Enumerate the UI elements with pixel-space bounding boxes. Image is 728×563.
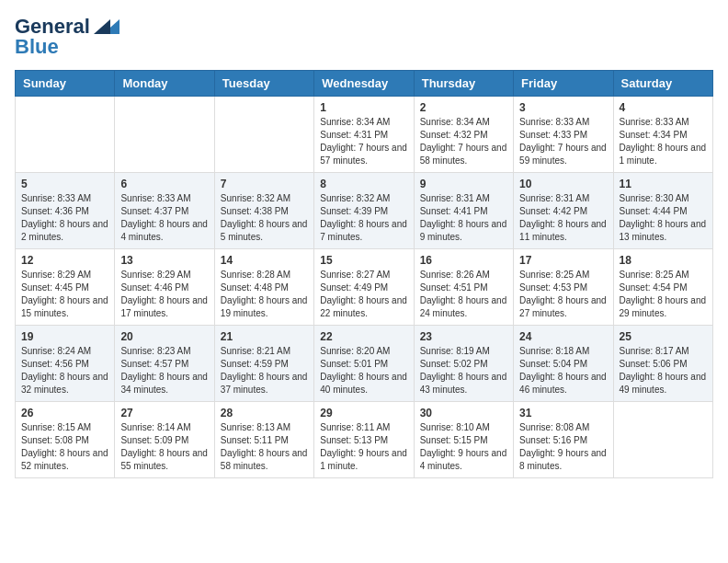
day-number: 3 (519, 101, 607, 114)
day-number: 2 (420, 101, 507, 114)
cell-content: Sunrise: 8:08 AM Sunset: 5:16 PM Dayligh… (519, 421, 607, 473)
day-header-sunday: Sunday (16, 71, 115, 97)
cell-content: Sunrise: 8:32 AM Sunset: 4:39 PM Dayligh… (320, 192, 407, 244)
calendar-cell: 13Sunrise: 8:29 AM Sunset: 4:46 PM Dayli… (115, 249, 214, 326)
day-number: 9 (420, 178, 507, 190)
day-number: 27 (120, 407, 208, 419)
cell-content: Sunrise: 8:33 AM Sunset: 4:34 PM Dayligh… (620, 116, 707, 167)
cell-content: Sunrise: 8:11 AM Sunset: 5:13 PM Dayligh… (320, 421, 407, 473)
calendar-week-row: 26Sunrise: 8:15 AM Sunset: 5:08 PM Dayli… (16, 402, 713, 478)
calendar-cell: 25Sunrise: 8:17 AM Sunset: 5:06 PM Dayli… (613, 326, 712, 402)
day-number: 29 (320, 407, 407, 419)
logo-blue: Blue (15, 35, 59, 59)
logo-icon (94, 17, 119, 36)
calendar-cell: 31Sunrise: 8:08 AM Sunset: 5:16 PM Dayli… (514, 402, 613, 478)
day-number: 26 (21, 407, 108, 419)
logo: General Blue (15, 15, 119, 59)
cell-content: Sunrise: 8:25 AM Sunset: 4:53 PM Dayligh… (519, 269, 607, 320)
day-number: 14 (221, 254, 308, 267)
cell-content: Sunrise: 8:29 AM Sunset: 4:46 PM Dayligh… (120, 269, 208, 320)
cell-content: Sunrise: 8:23 AM Sunset: 4:57 PM Dayligh… (120, 345, 208, 396)
calendar-cell: 3Sunrise: 8:33 AM Sunset: 4:33 PM Daylig… (514, 97, 613, 173)
cell-content: Sunrise: 8:33 AM Sunset: 4:37 PM Dayligh… (120, 192, 208, 244)
calendar-cell (214, 97, 313, 173)
day-number: 16 (420, 254, 507, 267)
cell-content: Sunrise: 8:32 AM Sunset: 4:38 PM Dayligh… (221, 192, 308, 244)
calendar-week-row: 19Sunrise: 8:24 AM Sunset: 4:56 PM Dayli… (16, 326, 713, 402)
cell-content: Sunrise: 8:24 AM Sunset: 4:56 PM Dayligh… (21, 345, 108, 396)
calendar-cell: 17Sunrise: 8:25 AM Sunset: 4:53 PM Dayli… (514, 249, 613, 326)
day-number: 10 (519, 178, 607, 190)
day-header-tuesday: Tuesday (214, 71, 313, 97)
cell-content: Sunrise: 8:31 AM Sunset: 4:42 PM Dayligh… (519, 192, 607, 244)
cell-content: Sunrise: 8:21 AM Sunset: 4:59 PM Dayligh… (221, 345, 308, 396)
calendar-cell: 8Sunrise: 8:32 AM Sunset: 4:39 PM Daylig… (314, 173, 414, 249)
calendar-cell: 26Sunrise: 8:15 AM Sunset: 5:08 PM Dayli… (16, 402, 115, 478)
day-number: 22 (320, 330, 407, 343)
day-number: 25 (620, 330, 707, 343)
day-number: 18 (620, 254, 707, 267)
calendar-cell: 19Sunrise: 8:24 AM Sunset: 4:56 PM Dayli… (16, 326, 115, 402)
day-number: 24 (519, 330, 607, 343)
calendar-cell: 22Sunrise: 8:20 AM Sunset: 5:01 PM Dayli… (314, 326, 414, 402)
day-number: 23 (420, 330, 507, 343)
calendar-cell: 30Sunrise: 8:10 AM Sunset: 5:15 PM Dayli… (414, 402, 513, 478)
day-number: 11 (620, 178, 707, 190)
cell-content: Sunrise: 8:25 AM Sunset: 4:54 PM Dayligh… (620, 269, 707, 320)
day-number: 7 (221, 178, 308, 190)
cell-content: Sunrise: 8:27 AM Sunset: 4:49 PM Dayligh… (320, 269, 407, 320)
day-header-saturday: Saturday (613, 71, 712, 97)
day-header-wednesday: Wednesday (314, 71, 414, 97)
calendar-cell: 6Sunrise: 8:33 AM Sunset: 4:37 PM Daylig… (115, 173, 214, 249)
svg-marker-1 (94, 19, 110, 34)
calendar-cell: 11Sunrise: 8:30 AM Sunset: 4:44 PM Dayli… (613, 173, 712, 249)
cell-content: Sunrise: 8:28 AM Sunset: 4:48 PM Dayligh… (221, 269, 308, 320)
cell-content: Sunrise: 8:15 AM Sunset: 5:08 PM Dayligh… (21, 421, 108, 473)
calendar-cell: 20Sunrise: 8:23 AM Sunset: 4:57 PM Dayli… (115, 326, 214, 402)
cell-content: Sunrise: 8:26 AM Sunset: 4:51 PM Dayligh… (420, 269, 507, 320)
cell-content: Sunrise: 8:19 AM Sunset: 5:02 PM Dayligh… (420, 345, 507, 396)
calendar-week-row: 5Sunrise: 8:33 AM Sunset: 4:36 PM Daylig… (16, 173, 713, 249)
calendar-cell: 7Sunrise: 8:32 AM Sunset: 4:38 PM Daylig… (214, 173, 313, 249)
day-number: 17 (519, 254, 607, 267)
calendar-cell: 14Sunrise: 8:28 AM Sunset: 4:48 PM Dayli… (214, 249, 313, 326)
day-number: 13 (120, 254, 208, 267)
calendar-cell: 4Sunrise: 8:33 AM Sunset: 4:34 PM Daylig… (613, 97, 712, 173)
calendar-cell: 9Sunrise: 8:31 AM Sunset: 4:41 PM Daylig… (414, 173, 513, 249)
calendar-cell: 2Sunrise: 8:34 AM Sunset: 4:32 PM Daylig… (414, 97, 513, 173)
cell-content: Sunrise: 8:33 AM Sunset: 4:36 PM Dayligh… (21, 192, 108, 244)
day-number: 1 (320, 101, 407, 114)
calendar-cell: 21Sunrise: 8:21 AM Sunset: 4:59 PM Dayli… (214, 326, 313, 402)
calendar-cell: 28Sunrise: 8:13 AM Sunset: 5:11 PM Dayli… (214, 402, 313, 478)
cell-content: Sunrise: 8:18 AM Sunset: 5:04 PM Dayligh… (519, 345, 607, 396)
calendar-table: SundayMondayTuesdayWednesdayThursdayFrid… (15, 70, 713, 478)
cell-content: Sunrise: 8:30 AM Sunset: 4:44 PM Dayligh… (620, 192, 707, 244)
day-number: 8 (320, 178, 407, 190)
page-header: General Blue (15, 15, 713, 59)
day-number: 6 (120, 178, 208, 190)
calendar-cell: 18Sunrise: 8:25 AM Sunset: 4:54 PM Dayli… (613, 249, 712, 326)
calendar-cell: 5Sunrise: 8:33 AM Sunset: 4:36 PM Daylig… (16, 173, 115, 249)
day-number: 5 (21, 178, 108, 190)
calendar-cell: 24Sunrise: 8:18 AM Sunset: 5:04 PM Dayli… (514, 326, 613, 402)
cell-content: Sunrise: 8:34 AM Sunset: 4:32 PM Dayligh… (420, 116, 507, 167)
day-number: 21 (221, 330, 308, 343)
day-header-monday: Monday (115, 71, 214, 97)
day-number: 19 (21, 330, 108, 343)
calendar-cell (16, 97, 115, 173)
cell-content: Sunrise: 8:13 AM Sunset: 5:11 PM Dayligh… (221, 421, 308, 473)
day-number: 15 (320, 254, 407, 267)
day-number: 20 (120, 330, 208, 343)
calendar-cell: 15Sunrise: 8:27 AM Sunset: 4:49 PM Dayli… (314, 249, 414, 326)
day-number: 4 (620, 101, 707, 114)
cell-content: Sunrise: 8:20 AM Sunset: 5:01 PM Dayligh… (320, 345, 407, 396)
calendar-cell: 29Sunrise: 8:11 AM Sunset: 5:13 PM Dayli… (314, 402, 414, 478)
cell-content: Sunrise: 8:14 AM Sunset: 5:09 PM Dayligh… (120, 421, 208, 473)
day-number: 12 (21, 254, 108, 267)
day-number: 30 (420, 407, 507, 419)
day-header-friday: Friday (514, 71, 613, 97)
cell-content: Sunrise: 8:34 AM Sunset: 4:31 PM Dayligh… (320, 116, 407, 167)
calendar-cell: 23Sunrise: 8:19 AM Sunset: 5:02 PM Dayli… (414, 326, 513, 402)
calendar-cell: 27Sunrise: 8:14 AM Sunset: 5:09 PM Dayli… (115, 402, 214, 478)
calendar-cell (613, 402, 712, 478)
